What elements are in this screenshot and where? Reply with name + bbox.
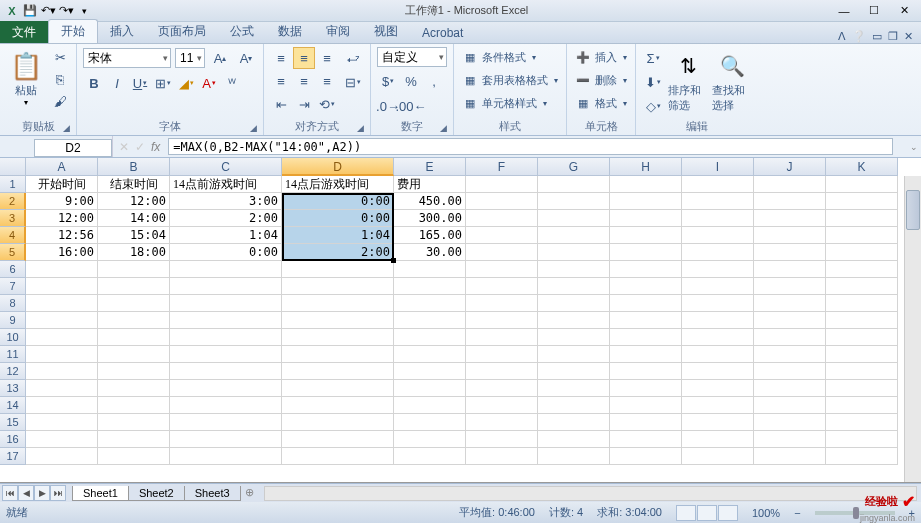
shrink-font-icon[interactable]: A▾ (235, 47, 257, 69)
bold-button[interactable]: B (83, 72, 105, 94)
cell[interactable] (98, 363, 170, 380)
cell[interactable] (826, 397, 898, 414)
cell[interactable] (394, 346, 466, 363)
col-header-e[interactable]: E (394, 158, 466, 176)
row-header[interactable]: 13 (0, 380, 26, 397)
italic-button[interactable]: I (106, 72, 128, 94)
cell[interactable]: 2:00 (282, 244, 394, 261)
cell[interactable]: 15:04 (98, 227, 170, 244)
name-box[interactable] (34, 139, 112, 157)
cell[interactable] (682, 261, 754, 278)
cell[interactable] (610, 380, 682, 397)
row-header[interactable]: 15 (0, 414, 26, 431)
cell[interactable]: 14:00 (98, 210, 170, 227)
font-size-combo[interactable]: 11 (175, 48, 205, 68)
orientation-icon[interactable]: ⟲ (316, 93, 338, 115)
file-tab[interactable]: 文件 (0, 21, 48, 43)
cell[interactable] (610, 397, 682, 414)
undo-icon[interactable]: ↶▾ (40, 3, 56, 19)
cell[interactable] (538, 363, 610, 380)
autosum-icon[interactable]: Σ (642, 47, 664, 69)
cell[interactable]: 165.00 (394, 227, 466, 244)
find-select-button[interactable]: 🔍 查找和选择 (712, 47, 752, 113)
row-header[interactable]: 14 (0, 397, 26, 414)
row-header[interactable]: 9 (0, 312, 26, 329)
cell[interactable] (170, 278, 282, 295)
sheet-next-icon[interactable]: ▶ (34, 485, 50, 501)
row-header[interactable]: 3 (0, 210, 26, 227)
fill-icon[interactable]: ⬇ (642, 71, 664, 93)
cell[interactable]: 12:00 (98, 193, 170, 210)
cell[interactable] (754, 244, 826, 261)
scroll-thumb[interactable] (906, 190, 920, 230)
cell[interactable] (170, 414, 282, 431)
cell[interactable] (610, 431, 682, 448)
cell[interactable] (754, 193, 826, 210)
cell[interactable]: 14点前游戏时间 (170, 176, 282, 193)
cell[interactable] (466, 295, 538, 312)
minimize-button[interactable]: — (837, 4, 851, 18)
cell[interactable] (282, 295, 394, 312)
cell[interactable] (610, 346, 682, 363)
cell[interactable] (466, 278, 538, 295)
cell[interactable]: 16:00 (26, 244, 98, 261)
paste-button[interactable]: 📋 粘贴 ▾ (6, 47, 46, 107)
fill-handle[interactable] (391, 258, 396, 263)
comma-format-icon[interactable]: , (423, 70, 445, 92)
cell[interactable] (538, 244, 610, 261)
cell[interactable] (538, 193, 610, 210)
cell[interactable] (170, 363, 282, 380)
cell[interactable] (610, 193, 682, 210)
cell[interactable] (98, 380, 170, 397)
cell[interactable] (826, 380, 898, 397)
cell[interactable] (682, 397, 754, 414)
cell[interactable] (826, 431, 898, 448)
cell[interactable] (754, 261, 826, 278)
cell[interactable] (826, 210, 898, 227)
cell[interactable] (826, 227, 898, 244)
cell[interactable] (394, 261, 466, 278)
cell[interactable] (538, 431, 610, 448)
number-format-combo[interactable]: 自定义 (377, 47, 447, 67)
align-top-icon[interactable]: ≡ (270, 47, 292, 69)
cell[interactable]: 14点后游戏时间 (282, 176, 394, 193)
cell[interactable] (98, 431, 170, 448)
cell[interactable] (610, 244, 682, 261)
row-header[interactable]: 11 (0, 346, 26, 363)
cell[interactable] (610, 448, 682, 465)
increase-indent-icon[interactable]: ⇥ (293, 93, 315, 115)
maximize-button[interactable]: ☐ (867, 4, 881, 18)
cell[interactable] (754, 363, 826, 380)
cell[interactable] (26, 397, 98, 414)
cell[interactable] (682, 278, 754, 295)
cell[interactable]: 3:00 (170, 193, 282, 210)
cell[interactable] (682, 380, 754, 397)
cell[interactable] (538, 227, 610, 244)
zoom-out-icon[interactable]: − (794, 507, 800, 519)
cell[interactable] (394, 397, 466, 414)
formula-input[interactable] (168, 138, 893, 155)
accounting-format-icon[interactable]: $ (377, 70, 399, 92)
cell[interactable] (826, 176, 898, 193)
clear-icon[interactable]: ◇ (642, 95, 664, 117)
format-painter-icon[interactable]: 🖌 (50, 91, 70, 111)
cell[interactable]: 450.00 (394, 193, 466, 210)
delete-cells-button[interactable]: ➖删除 (573, 70, 629, 90)
cell[interactable] (170, 261, 282, 278)
cell[interactable] (466, 312, 538, 329)
cell[interactable] (538, 380, 610, 397)
row-header[interactable]: 16 (0, 431, 26, 448)
tab-formulas[interactable]: 公式 (218, 20, 266, 43)
page-layout-view-icon[interactable] (697, 505, 717, 521)
row-header[interactable]: 1 (0, 176, 26, 193)
cell[interactable] (170, 312, 282, 329)
cell[interactable]: 0:00 (282, 193, 394, 210)
cell[interactable] (98, 397, 170, 414)
row-header[interactable]: 6 (0, 261, 26, 278)
underline-button[interactable]: U (129, 72, 151, 94)
cell[interactable] (754, 176, 826, 193)
cell[interactable] (26, 448, 98, 465)
wrap-text-icon[interactable]: ⮐ (342, 47, 364, 69)
cell[interactable] (282, 397, 394, 414)
number-dialog-icon[interactable]: ◢ (440, 123, 447, 133)
